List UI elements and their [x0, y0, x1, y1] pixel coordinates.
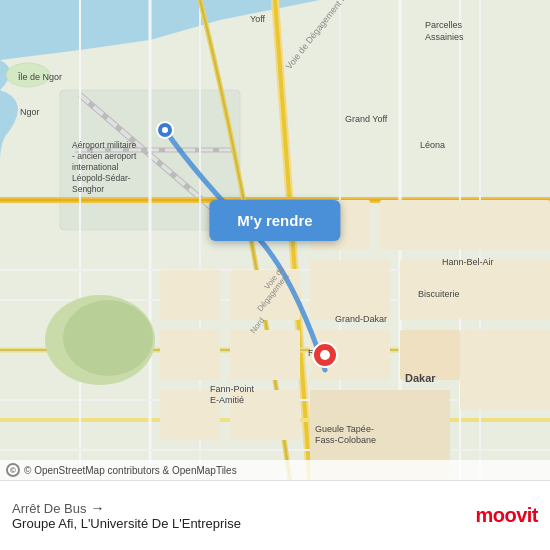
svg-rect-27	[310, 260, 390, 320]
navigate-button[interactable]: M'y rendre	[209, 200, 340, 241]
arrow-icon: →	[90, 500, 104, 516]
map-view: Île de Ngor Ngor Yoff Parcelles Assainie…	[0, 0, 550, 480]
svg-rect-26	[380, 200, 460, 250]
svg-point-71	[320, 350, 330, 360]
svg-text:Ngor: Ngor	[20, 107, 40, 117]
svg-text:Léopold-Sédar-: Léopold-Sédar-	[72, 173, 131, 183]
svg-text:Gueule Tapée-: Gueule Tapée-	[315, 424, 374, 434]
route-label: Arrêt De Bus →	[12, 500, 469, 516]
svg-text:Aéroport militaire: Aéroport militaire	[72, 140, 137, 150]
svg-text:Léona: Léona	[420, 140, 445, 150]
svg-text:Fann-Point: Fann-Point	[210, 384, 255, 394]
svg-rect-31	[160, 270, 220, 320]
attribution-text: © OpenStreetMap contributors & OpenMapTi…	[24, 465, 237, 476]
svg-rect-38	[460, 260, 550, 320]
map-attribution: © © OpenStreetMap contributors & OpenMap…	[0, 460, 550, 480]
svg-text:Parcelles: Parcelles	[425, 20, 463, 30]
svg-point-69	[162, 127, 168, 133]
svg-text:Grand-Dakar: Grand-Dakar	[335, 314, 387, 324]
route-info-bar: Arrêt De Bus → Groupe Afi, L'Université …	[0, 480, 550, 550]
svg-text:Assainies: Assainies	[425, 32, 464, 42]
osm-logo-icon: ©	[6, 463, 20, 477]
svg-text:E-Amitié: E-Amitié	[210, 395, 244, 405]
svg-text:Fass-Colobane: Fass-Colobane	[315, 435, 376, 445]
svg-text:Dakar: Dakar	[405, 372, 436, 384]
moovit-logo: moovit	[475, 504, 538, 527]
destination-label: Groupe Afi, L'Université De L'Entreprise	[12, 516, 469, 531]
svg-text:international: international	[72, 162, 118, 172]
svg-rect-37	[460, 200, 550, 250]
svg-rect-35	[230, 330, 300, 380]
svg-text:Senghor: Senghor	[72, 184, 104, 194]
svg-text:Yoff: Yoff	[250, 14, 266, 24]
svg-text:Grand Yoff: Grand Yoff	[345, 114, 388, 124]
route-labels: Arrêt De Bus → Groupe Afi, L'Université …	[12, 500, 469, 531]
svg-text:Île de Ngor: Île de Ngor	[17, 72, 62, 82]
svg-rect-39	[460, 330, 550, 410]
svg-point-24	[63, 300, 153, 376]
moovit-brand: moovit	[475, 504, 538, 527]
svg-text:- ancien aeroport: - ancien aeroport	[72, 151, 137, 161]
origin-label: Arrêt De Bus	[12, 501, 86, 516]
svg-text:Biscuiterie: Biscuiterie	[418, 289, 460, 299]
svg-text:Hann-Bel-Air: Hann-Bel-Air	[442, 257, 494, 267]
svg-rect-32	[160, 330, 220, 380]
